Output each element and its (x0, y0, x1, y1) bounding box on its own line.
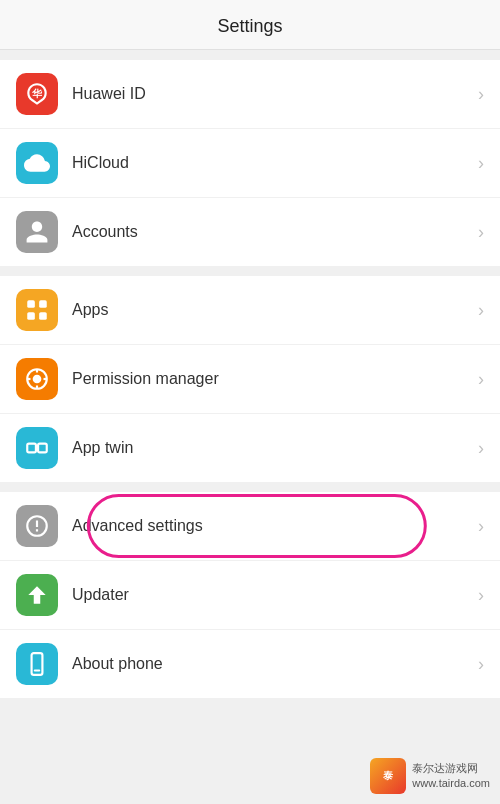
settings-item-updater[interactable]: Updater› (0, 561, 500, 630)
settings-section: 华 Huawei ID› HiCloud› Accounts› Apps› Pe… (0, 50, 500, 698)
watermark-logo: 泰 (370, 758, 406, 794)
watermark: 泰 泰尔达游戏网 www.tairda.com (370, 758, 490, 794)
huawei-id-chevron: › (478, 84, 484, 105)
settings-item-accounts[interactable]: Accounts› (0, 198, 500, 266)
settings-item-about-phone[interactable]: About phone› (0, 630, 500, 698)
app-twin-chevron: › (478, 438, 484, 459)
aboutphone-icon-wrapper (16, 643, 58, 685)
about-phone-chevron: › (478, 654, 484, 675)
advanced-icon-wrapper (16, 505, 58, 547)
advanced-settings-label: Advanced settings (72, 517, 478, 535)
apptwin-icon-wrapper (16, 427, 58, 469)
apps-chevron: › (478, 300, 484, 321)
settings-item-advanced-settings[interactable]: Advanced settings› (0, 492, 500, 561)
settings-item-permission-manager[interactable]: Permission manager› (0, 345, 500, 414)
settings-group-2: Apps› Permission manager› App twin› (0, 276, 500, 482)
permission-manager-chevron: › (478, 369, 484, 390)
svg-rect-4 (39, 312, 47, 320)
header: Settings (0, 0, 500, 50)
updater-chevron: › (478, 585, 484, 606)
huawei-id-label: Huawei ID (72, 85, 478, 103)
svg-rect-2 (39, 300, 47, 308)
permission-icon-wrapper (16, 358, 58, 400)
watermark-text: 泰尔达游戏网 www.tairda.com (412, 761, 490, 792)
svg-rect-11 (27, 444, 36, 453)
page-title: Settings (217, 16, 282, 36)
accounts-chevron: › (478, 222, 484, 243)
settings-item-huawei-id[interactable]: 华 Huawei ID› (0, 60, 500, 129)
settings-group-1: 华 Huawei ID› HiCloud› Accounts› (0, 60, 500, 266)
updater-label: Updater (72, 586, 478, 604)
app-twin-label: App twin (72, 439, 478, 457)
updater-icon-wrapper (16, 574, 58, 616)
settings-item-apps[interactable]: Apps› (0, 276, 500, 345)
settings-group-3: Advanced settings› Updater› About phone› (0, 492, 500, 698)
settings-item-app-twin[interactable]: App twin› (0, 414, 500, 482)
apps-icon-wrapper (16, 289, 58, 331)
hicloud-label: HiCloud (72, 154, 478, 172)
huawei-icon-wrapper: 华 (16, 73, 58, 115)
svg-point-6 (33, 375, 42, 384)
svg-rect-3 (27, 312, 35, 320)
svg-rect-12 (38, 444, 47, 453)
svg-text:华: 华 (31, 88, 43, 99)
svg-rect-1 (27, 300, 35, 308)
advanced-settings-chevron: › (478, 516, 484, 537)
hicloud-chevron: › (478, 153, 484, 174)
accounts-icon-wrapper (16, 211, 58, 253)
permission-manager-label: Permission manager (72, 370, 478, 388)
accounts-label: Accounts (72, 223, 478, 241)
hicloud-icon-wrapper (16, 142, 58, 184)
apps-label: Apps (72, 301, 478, 319)
settings-item-hicloud[interactable]: HiCloud› (0, 129, 500, 198)
about-phone-label: About phone (72, 655, 478, 673)
